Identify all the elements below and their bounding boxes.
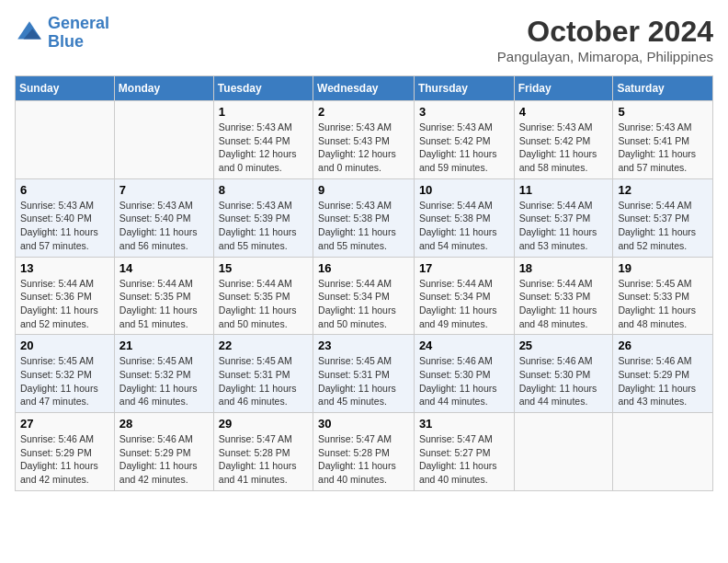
day-content: Sunrise: 5:44 AM Sunset: 5:37 PM Dayligh… <box>519 199 609 253</box>
day-content: Sunrise: 5:47 AM Sunset: 5:28 PM Dayligh… <box>318 432 409 487</box>
header-friday: Friday <box>514 76 613 101</box>
calendar-table: SundayMondayTuesdayWednesdayThursdayFrid… <box>15 75 713 491</box>
calendar-cell: 20Sunrise: 5:45 AM Sunset: 5:32 PM Dayli… <box>16 335 115 413</box>
day-content: Sunrise: 5:43 AM Sunset: 5:40 PM Dayligh… <box>20 199 109 253</box>
calendar-cell <box>114 101 213 179</box>
day-number: 30 <box>318 417 409 431</box>
day-content: Sunrise: 5:45 AM Sunset: 5:32 PM Dayligh… <box>20 354 109 408</box>
header-monday: Monday <box>114 76 213 101</box>
day-number: 20 <box>20 339 109 352</box>
header-tuesday: Tuesday <box>213 76 313 101</box>
logo-icon <box>15 18 44 48</box>
day-content: Sunrise: 5:46 AM Sunset: 5:29 PM Dayligh… <box>618 354 708 408</box>
day-content: Sunrise: 5:46 AM Sunset: 5:29 PM Dayligh… <box>20 432 109 487</box>
calendar-cell <box>514 413 613 491</box>
day-content: Sunrise: 5:45 AM Sunset: 5:31 PM Dayligh… <box>219 354 308 408</box>
day-content: Sunrise: 5:44 AM Sunset: 5:34 PM Dayligh… <box>419 277 509 331</box>
day-content: Sunrise: 5:44 AM Sunset: 5:35 PM Dayligh… <box>219 277 308 331</box>
calendar-cell: 26Sunrise: 5:46 AM Sunset: 5:29 PM Dayli… <box>613 335 713 413</box>
day-number: 17 <box>419 261 509 275</box>
day-content: Sunrise: 5:45 AM Sunset: 5:31 PM Dayligh… <box>318 354 409 408</box>
calendar-cell: 10Sunrise: 5:44 AM Sunset: 5:38 PM Dayli… <box>414 178 514 257</box>
day-number: 24 <box>419 339 509 352</box>
day-content: Sunrise: 5:43 AM Sunset: 5:44 PM Dayligh… <box>219 121 308 175</box>
day-number: 14 <box>119 261 209 275</box>
day-number: 25 <box>519 339 609 352</box>
day-number: 21 <box>119 339 209 352</box>
calendar-week-row: 27Sunrise: 5:46 AM Sunset: 5:29 PM Dayli… <box>16 413 713 491</box>
day-content: Sunrise: 5:44 AM Sunset: 5:38 PM Dayligh… <box>419 199 509 253</box>
calendar-cell: 11Sunrise: 5:44 AM Sunset: 5:37 PM Dayli… <box>514 178 613 257</box>
day-number: 23 <box>318 339 409 352</box>
header-wednesday: Wednesday <box>313 76 415 101</box>
calendar-cell: 3Sunrise: 5:43 AM Sunset: 5:42 PM Daylig… <box>414 101 514 179</box>
day-number: 2 <box>318 105 409 119</box>
calendar-subtitle: Pangulayan, Mimaropa, Philippines <box>497 49 713 64</box>
calendar-cell: 31Sunrise: 5:47 AM Sunset: 5:27 PM Dayli… <box>414 413 514 491</box>
day-number: 7 <box>119 183 209 197</box>
day-number: 8 <box>219 183 308 197</box>
day-number: 16 <box>318 261 409 275</box>
day-number: 6 <box>20 183 109 197</box>
calendar-cell: 22Sunrise: 5:45 AM Sunset: 5:31 PM Dayli… <box>213 335 313 413</box>
day-number: 5 <box>618 105 708 119</box>
calendar-cell: 18Sunrise: 5:44 AM Sunset: 5:33 PM Dayli… <box>514 257 613 335</box>
calendar-cell: 5Sunrise: 5:43 AM Sunset: 5:41 PM Daylig… <box>613 101 713 179</box>
day-content: Sunrise: 5:46 AM Sunset: 5:30 PM Dayligh… <box>519 354 609 408</box>
calendar-cell: 4Sunrise: 5:43 AM Sunset: 5:42 PM Daylig… <box>514 101 613 179</box>
day-content: Sunrise: 5:43 AM Sunset: 5:43 PM Dayligh… <box>318 121 409 175</box>
day-number: 27 <box>20 417 109 431</box>
day-content: Sunrise: 5:46 AM Sunset: 5:29 PM Dayligh… <box>119 432 209 487</box>
title-block: October 2024 Pangulayan, Mimaropa, Phili… <box>497 15 713 64</box>
day-number: 15 <box>219 261 308 275</box>
day-content: Sunrise: 5:43 AM Sunset: 5:41 PM Dayligh… <box>618 121 708 175</box>
calendar-cell: 7Sunrise: 5:43 AM Sunset: 5:40 PM Daylig… <box>114 178 213 257</box>
day-content: Sunrise: 5:47 AM Sunset: 5:27 PM Dayligh… <box>419 432 509 487</box>
calendar-cell: 15Sunrise: 5:44 AM Sunset: 5:35 PM Dayli… <box>213 257 313 335</box>
day-number: 12 <box>618 183 708 197</box>
calendar-title: October 2024 <box>497 15 713 49</box>
day-content: Sunrise: 5:43 AM Sunset: 5:38 PM Dayligh… <box>318 199 409 253</box>
page-header: General Blue October 2024 Pangulayan, Mi… <box>15 15 713 64</box>
calendar-cell: 30Sunrise: 5:47 AM Sunset: 5:28 PM Dayli… <box>313 413 415 491</box>
day-content: Sunrise: 5:45 AM Sunset: 5:32 PM Dayligh… <box>119 354 209 408</box>
calendar-week-row: 20Sunrise: 5:45 AM Sunset: 5:32 PM Dayli… <box>16 335 713 413</box>
day-number: 19 <box>618 261 708 275</box>
logo-line1: General <box>48 14 109 32</box>
day-number: 31 <box>419 417 509 431</box>
calendar-cell: 12Sunrise: 5:44 AM Sunset: 5:37 PM Dayli… <box>613 178 713 257</box>
header-thursday: Thursday <box>414 76 514 101</box>
logo-line2: Blue <box>48 32 84 51</box>
calendar-cell <box>613 413 713 491</box>
day-number: 22 <box>219 339 308 352</box>
logo: General Blue <box>15 15 109 52</box>
day-content: Sunrise: 5:43 AM Sunset: 5:40 PM Dayligh… <box>119 199 209 253</box>
calendar-cell: 13Sunrise: 5:44 AM Sunset: 5:36 PM Dayli… <box>16 257 115 335</box>
day-content: Sunrise: 5:47 AM Sunset: 5:28 PM Dayligh… <box>219 432 308 487</box>
calendar-cell: 17Sunrise: 5:44 AM Sunset: 5:34 PM Dayli… <box>414 257 514 335</box>
calendar-cell: 9Sunrise: 5:43 AM Sunset: 5:38 PM Daylig… <box>313 178 415 257</box>
day-content: Sunrise: 5:43 AM Sunset: 5:42 PM Dayligh… <box>419 121 509 175</box>
calendar-cell: 24Sunrise: 5:46 AM Sunset: 5:30 PM Dayli… <box>414 335 514 413</box>
day-content: Sunrise: 5:44 AM Sunset: 5:36 PM Dayligh… <box>20 277 109 331</box>
calendar-cell: 23Sunrise: 5:45 AM Sunset: 5:31 PM Dayli… <box>313 335 415 413</box>
header-sunday: Sunday <box>16 76 115 101</box>
calendar-cell: 27Sunrise: 5:46 AM Sunset: 5:29 PM Dayli… <box>16 413 115 491</box>
calendar-cell: 19Sunrise: 5:45 AM Sunset: 5:33 PM Dayli… <box>613 257 713 335</box>
day-number: 28 <box>119 417 209 431</box>
day-number: 10 <box>419 183 509 197</box>
day-content: Sunrise: 5:44 AM Sunset: 5:33 PM Dayligh… <box>519 277 609 331</box>
day-number: 9 <box>318 183 409 197</box>
day-number: 11 <box>519 183 609 197</box>
day-number: 4 <box>519 105 609 119</box>
day-content: Sunrise: 5:44 AM Sunset: 5:35 PM Dayligh… <box>119 277 209 331</box>
day-content: Sunrise: 5:43 AM Sunset: 5:42 PM Dayligh… <box>519 121 609 175</box>
day-number: 26 <box>618 339 708 352</box>
calendar-week-row: 13Sunrise: 5:44 AM Sunset: 5:36 PM Dayli… <box>16 257 713 335</box>
calendar-cell: 29Sunrise: 5:47 AM Sunset: 5:28 PM Dayli… <box>213 413 313 491</box>
calendar-cell: 25Sunrise: 5:46 AM Sunset: 5:30 PM Dayli… <box>514 335 613 413</box>
day-number: 18 <box>519 261 609 275</box>
day-content: Sunrise: 5:46 AM Sunset: 5:30 PM Dayligh… <box>419 354 509 408</box>
calendar-cell <box>16 101 115 179</box>
day-number: 1 <box>219 105 308 119</box>
